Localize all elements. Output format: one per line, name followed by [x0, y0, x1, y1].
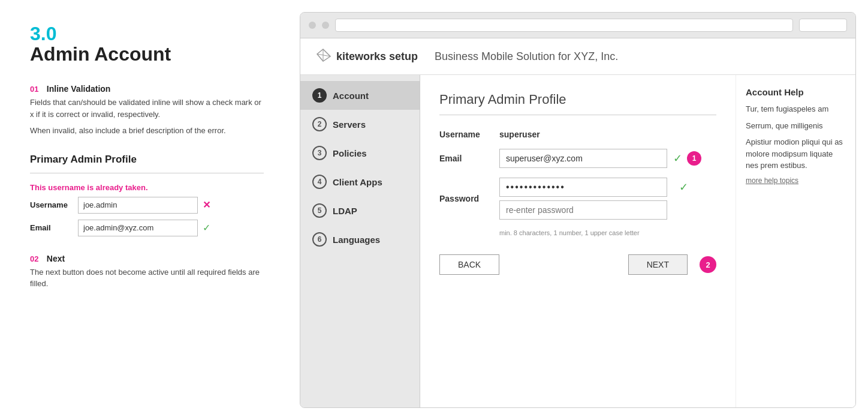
main-email-input[interactable] [499, 149, 667, 168]
sidebar-number-4: 4 [312, 175, 327, 189]
browser-button[interactable] [799, 19, 847, 32]
main-content: Primary Admin Profile Username superuser… [420, 75, 736, 407]
help-line1: Tur, tem fugiaspeles am [746, 103, 846, 115]
sidebar: 1 Account 2 Servers 3 Policies 4 Client … [300, 75, 420, 407]
sidebar-label-clientapps: Client Apps [333, 177, 382, 187]
sidebar-item-account[interactable]: 1 Account [300, 81, 420, 110]
sidebar-item-clientapps[interactable]: 4 Client Apps [300, 167, 420, 196]
main-username-row: Username superuser [439, 130, 716, 139]
button-row: BACK NEXT 2 [439, 254, 716, 275]
sidebar-number-5: 5 [312, 203, 327, 218]
main-divider [439, 115, 716, 115]
main-password-input[interactable] [499, 178, 667, 197]
app-header: kiteworks setup Business Mobile Solution… [300, 38, 855, 75]
instruction-2: 02 Next The next button does not become … [30, 253, 264, 290]
sidebar-number-3: 3 [312, 146, 327, 160]
app-header-title: Business Mobile Solution for XYZ, Inc. [435, 50, 618, 63]
kite-logo-icon [315, 48, 331, 65]
browser-chrome [300, 13, 855, 38]
instruction-2-number: 02 [30, 254, 38, 263]
username-label: Username [30, 200, 78, 209]
logo-area: kiteworks setup [315, 48, 435, 65]
instruction-1-heading: Inline Validation [47, 84, 111, 94]
sidebar-label-account: Account [333, 91, 369, 101]
left-panel: 3.0 Admin Account 01 Inline Validation F… [0, 0, 294, 420]
instruction-1: 01 Inline Validation Fields that can/sho… [30, 83, 264, 137]
main-password-label: Password [439, 194, 499, 203]
help-line3: Apistiur modion pliqui qui as molore mod… [746, 136, 846, 172]
version-number: 3.0 [30, 24, 264, 43]
browser-addressbar[interactable] [335, 19, 793, 32]
email-input[interactable] [78, 220, 198, 236]
sidebar-number-1: 1 [312, 88, 327, 103]
help-line2: Serrum, que milligenis [746, 120, 846, 132]
section-title: Primary Admin Profile [30, 154, 264, 166]
section-divider [30, 173, 264, 173]
browser-window: kiteworks setup Business Mobile Solution… [300, 12, 856, 408]
instruction-1-text2: When invalid, also include a brief descr… [30, 125, 264, 137]
sidebar-number-6: 6 [312, 232, 327, 247]
sidebar-label-servers: Servers [333, 119, 366, 130]
main-password-row: Password ✓ [439, 178, 716, 220]
back-button[interactable]: BACK [439, 254, 499, 275]
email-row: Email ✓ [30, 220, 264, 236]
password-hint: min. 8 characters, 1 number, 1 upper cas… [499, 229, 716, 236]
main-username-label: Username [439, 130, 499, 139]
help-panel: Account Help Tur, tem fugiaspeles am Ser… [736, 75, 855, 407]
browser-dot-1 [309, 22, 316, 29]
sidebar-label-ldap: LDAP [333, 206, 357, 216]
app-name-prefix: kite [336, 50, 355, 62]
sidebar-label-languages: Languages [333, 235, 380, 245]
sidebar-item-ldap[interactable]: 5 LDAP [300, 196, 420, 225]
sidebar-number-2: 2 [312, 117, 327, 131]
page-title: Admin Account [30, 43, 264, 65]
sidebar-item-languages[interactable]: 6 Languages [300, 225, 420, 254]
main-reenter-password-input[interactable] [499, 200, 667, 220]
sidebar-item-servers[interactable]: 2 Servers [300, 110, 420, 139]
main-password-check-icon: ✓ [679, 181, 688, 194]
instruction-2-heading: Next [47, 254, 65, 263]
badge-2: 2 [700, 256, 716, 273]
email-label: Email [30, 223, 78, 232]
main-email-label: Email [439, 154, 499, 163]
sidebar-label-policies: Policies [333, 148, 367, 158]
main-title: Primary Admin Profile [439, 92, 716, 107]
instruction-1-text1: Fields that can/should be validated inli… [30, 97, 264, 120]
sidebar-item-policies[interactable]: 3 Policies [300, 139, 420, 167]
badge-1: 1 [687, 151, 701, 166]
instruction-1-number: 01 [30, 85, 38, 94]
help-more-link[interactable]: more help topics [746, 176, 846, 185]
email-check-icon: ✓ [203, 222, 210, 233]
app-container: kiteworks setup Business Mobile Solution… [300, 38, 855, 407]
app-name-suffix: works setup [355, 50, 418, 62]
error-message: This username is already taken. [30, 183, 264, 192]
app-body: 1 Account 2 Servers 3 Policies 4 Client … [300, 75, 855, 407]
next-button[interactable]: NEXT [628, 254, 688, 275]
username-error-icon: ✕ [203, 199, 210, 211]
main-email-check-icon: ✓ [673, 152, 682, 165]
username-input[interactable] [78, 197, 198, 214]
browser-dot-2 [322, 22, 329, 29]
username-row: Username ✕ [30, 197, 264, 214]
app-logo-text: kiteworks setup [336, 50, 418, 63]
main-email-row: Email ✓ 1 [439, 149, 716, 168]
instruction-2-text: The next button does not become active u… [30, 266, 264, 290]
help-title: Account Help [746, 87, 846, 97]
main-username-value: superuser [499, 130, 559, 139]
